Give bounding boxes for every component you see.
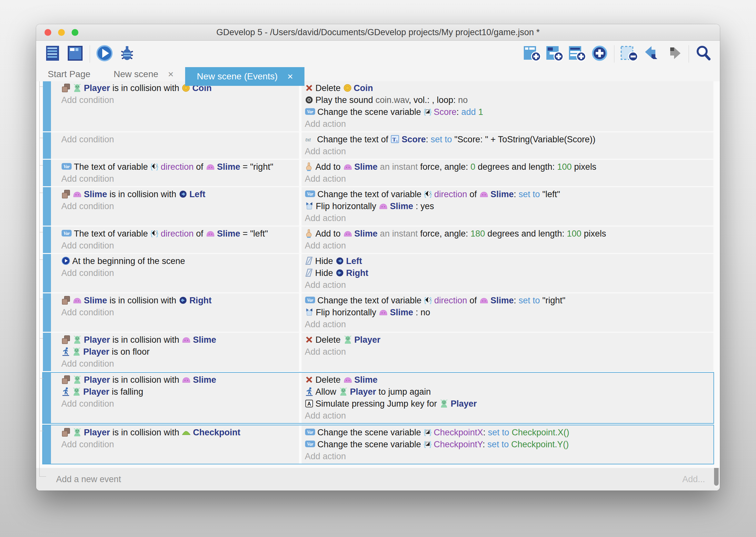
preview-button[interactable] bbox=[94, 44, 115, 64]
add-line[interactable]: Add condition bbox=[61, 267, 299, 279]
add-line[interactable]: Add condition bbox=[61, 438, 299, 450]
action-line[interactable]: Delete Player bbox=[305, 334, 713, 346]
add-line[interactable]: Add action bbox=[305, 145, 713, 157]
event-indent-bar[interactable] bbox=[43, 254, 51, 292]
condition-line[interactable]: Player is in collision with Slime bbox=[61, 374, 299, 386]
add-action-link[interactable]: Add action bbox=[305, 146, 346, 156]
add-condition-link[interactable]: Add condition bbox=[61, 241, 114, 250]
add-line[interactable]: Add condition bbox=[61, 134, 299, 145]
event-indent-bar[interactable] bbox=[43, 293, 51, 332]
add-line[interactable]: Add action bbox=[305, 212, 713, 224]
event-indent-bar[interactable] bbox=[43, 187, 51, 226]
action-line[interactable]: VarChange the scene variable {}Checkpoin… bbox=[305, 427, 713, 438]
add-line[interactable]: Add action bbox=[305, 318, 713, 330]
add-choose-button[interactable] bbox=[589, 44, 610, 64]
condition-line[interactable]: Player is on floor bbox=[61, 346, 299, 358]
action-line[interactable]: Hide Right bbox=[305, 267, 713, 279]
add-more-link[interactable]: Add... bbox=[682, 475, 705, 484]
conditions-cell[interactable]: VarThe text of variable {}direction of S… bbox=[51, 227, 302, 253]
actions-cell[interactable]: Delete SlimeAllow Player to jump againAS… bbox=[302, 373, 713, 423]
condition-line[interactable]: Slime is in collision with Left bbox=[61, 188, 299, 200]
add-condition-link[interactable]: Add condition bbox=[61, 439, 114, 449]
event-row[interactable]: Player is in collision with CheckpointAd… bbox=[42, 425, 714, 464]
condition-line[interactable]: VarThe text of variable {}direction of S… bbox=[61, 161, 299, 173]
add-condition-link[interactable]: Add condition bbox=[61, 308, 114, 317]
add-new-event-link[interactable]: Add a new event bbox=[56, 475, 121, 484]
event-row[interactable]: At the beginning of the sceneAdd conditi… bbox=[43, 254, 713, 292]
close-window-button[interactable] bbox=[45, 29, 51, 36]
actions-cell[interactable]: Add to Slime an instant force, angle: 0 … bbox=[302, 160, 713, 186]
conditions-cell[interactable]: Player is in collision with CoinAdd cond… bbox=[51, 81, 302, 131]
add-action-link[interactable]: Add action bbox=[305, 411, 346, 421]
actions-cell[interactable]: VarChange the text of variable {}directi… bbox=[302, 187, 713, 226]
add-action-link[interactable]: Add action bbox=[305, 119, 346, 129]
action-line[interactable]: Flip horizontally Slime : no bbox=[305, 307, 713, 318]
add-line[interactable]: Add condition bbox=[61, 240, 299, 252]
minimize-window-button[interactable] bbox=[58, 29, 65, 36]
add-condition-link[interactable]: Add condition bbox=[61, 135, 114, 144]
action-line[interactable]: Hide Left bbox=[305, 255, 713, 267]
conditions-cell[interactable]: Slime is in collision with RightAdd cond… bbox=[51, 293, 302, 332]
actions-cell[interactable]: Delete CoinPlay the sound coin.wav, vol.… bbox=[302, 81, 713, 131]
conditions-cell[interactable]: VarThe text of variable {}direction of S… bbox=[51, 160, 302, 186]
add-event-button[interactable] bbox=[522, 44, 542, 64]
action-line[interactable]: Allow Player to jump again bbox=[305, 386, 713, 398]
add-condition-link[interactable]: Add condition bbox=[61, 95, 114, 105]
action-line[interactable]: Delete Slime bbox=[305, 374, 713, 386]
add-line[interactable]: Add condition bbox=[61, 358, 299, 370]
add-line[interactable]: Add condition bbox=[61, 173, 299, 185]
event-indent-bar[interactable] bbox=[43, 160, 51, 186]
action-line[interactable]: txtChange the text of TxScore: set to "S… bbox=[305, 134, 713, 145]
conditions-cell[interactable]: Player is in collision with CheckpointAd… bbox=[51, 425, 302, 464]
event-indent-bar[interactable] bbox=[43, 373, 51, 423]
event-indent-bar[interactable] bbox=[43, 425, 51, 464]
add-action-link[interactable]: Add action bbox=[305, 347, 346, 356]
conditions-cell[interactable]: Slime is in collision with LeftAdd condi… bbox=[51, 187, 302, 226]
event-row[interactable]: Add conditiontxtChange the text of TxSco… bbox=[43, 132, 713, 159]
add-action-link[interactable]: Add action bbox=[305, 319, 346, 329]
add-line[interactable]: Add action bbox=[305, 346, 713, 358]
action-line[interactable]: VarChange the text of variable {}directi… bbox=[305, 188, 713, 200]
event-row[interactable]: Slime is in collision with RightAdd cond… bbox=[43, 293, 713, 332]
add-line[interactable]: Add action bbox=[305, 240, 713, 252]
add-line[interactable]: Add action bbox=[305, 279, 713, 291]
add-line[interactable]: Add condition bbox=[61, 94, 299, 106]
event-row[interactable]: Player is in collision with SlimePlayer … bbox=[43, 333, 713, 371]
conditions-cell[interactable]: Player is in collision with SlimePlayer … bbox=[51, 373, 302, 423]
add-line[interactable]: Add action bbox=[305, 173, 713, 185]
tab-new-scene-events[interactable]: New scene (Events) × bbox=[185, 67, 304, 86]
action-line[interactable]: VarChange the text of variable {}directi… bbox=[305, 295, 713, 307]
conditions-cell[interactable]: Add condition bbox=[51, 132, 302, 159]
add-action-link[interactable]: Add action bbox=[305, 213, 346, 223]
conditions-cell[interactable]: Player is in collision with SlimePlayer … bbox=[51, 333, 302, 371]
event-indent-bar[interactable] bbox=[43, 81, 51, 131]
action-line[interactable]: Add to Slime an instant force, angle: 18… bbox=[305, 228, 713, 240]
add-line[interactable]: Add condition bbox=[61, 398, 299, 410]
actions-cell[interactable]: Hide LeftHide RightAdd action bbox=[302, 254, 713, 292]
actions-cell[interactable]: VarChange the text of variable {}directi… bbox=[302, 293, 713, 332]
event-row[interactable]: VarThe text of variable {}direction of S… bbox=[43, 160, 713, 186]
event-row[interactable]: VarThe text of variable {}direction of S… bbox=[43, 227, 713, 253]
add-line[interactable]: Add condition bbox=[61, 200, 299, 212]
add-action-link[interactable]: Add action bbox=[305, 280, 346, 290]
add-action-link[interactable]: Add action bbox=[305, 174, 346, 184]
event-row[interactable]: Player is in collision with SlimePlayer … bbox=[42, 372, 714, 424]
add-action-link[interactable]: Add action bbox=[305, 451, 346, 461]
action-line[interactable]: Delete Coin bbox=[305, 82, 713, 94]
tab-new-scene[interactable]: New scene × bbox=[102, 67, 185, 81]
add-action-link[interactable]: Add action bbox=[305, 241, 346, 250]
add-condition-link[interactable]: Add condition bbox=[61, 399, 114, 409]
event-indent-bar[interactable] bbox=[43, 227, 51, 253]
scene-editor-button[interactable] bbox=[65, 44, 85, 64]
add-comment-button[interactable] bbox=[567, 44, 587, 64]
action-line[interactable]: Add to Slime an instant force, angle: 0 … bbox=[305, 161, 713, 173]
add-line[interactable]: Add action bbox=[305, 450, 713, 463]
delete-event-button[interactable] bbox=[619, 44, 639, 64]
conditions-cell[interactable]: At the beginning of the sceneAdd conditi… bbox=[51, 254, 302, 292]
actions-cell[interactable]: Add to Slime an instant force, angle: 18… bbox=[302, 227, 713, 253]
action-line[interactable]: VarChange the scene variable {}Checkpoin… bbox=[305, 438, 713, 450]
action-line[interactable]: Flip horizontally Slime : yes bbox=[305, 200, 713, 212]
event-indent-bar[interactable] bbox=[43, 132, 51, 159]
condition-line[interactable]: VarThe text of variable {}direction of S… bbox=[61, 228, 299, 240]
condition-line[interactable]: Player is in collision with Slime bbox=[61, 334, 299, 346]
